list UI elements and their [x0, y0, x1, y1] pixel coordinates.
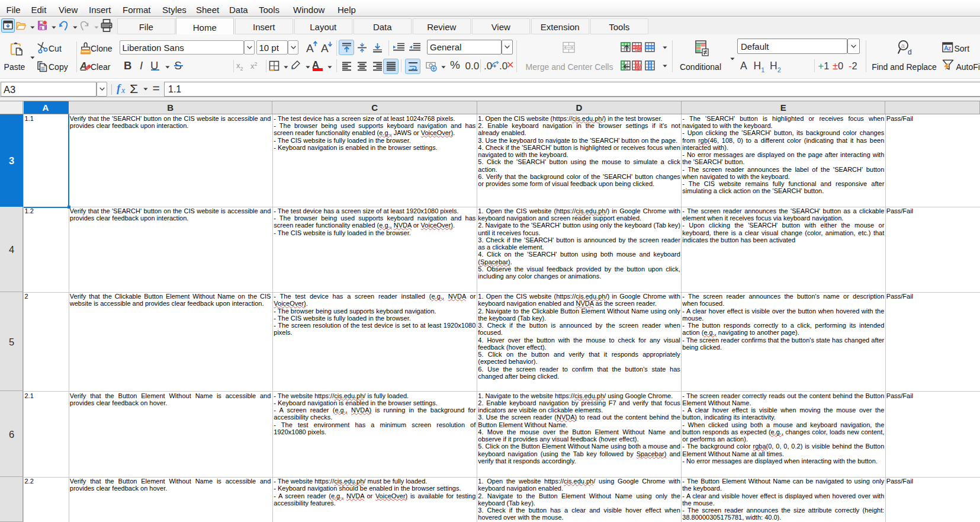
svg-text:A: A — [306, 42, 314, 54]
svg-text:z: z — [948, 44, 951, 52]
svg-text:A: A — [321, 42, 329, 54]
svg-text:a: a — [901, 42, 905, 49]
svg-text:d: d — [908, 48, 912, 56]
